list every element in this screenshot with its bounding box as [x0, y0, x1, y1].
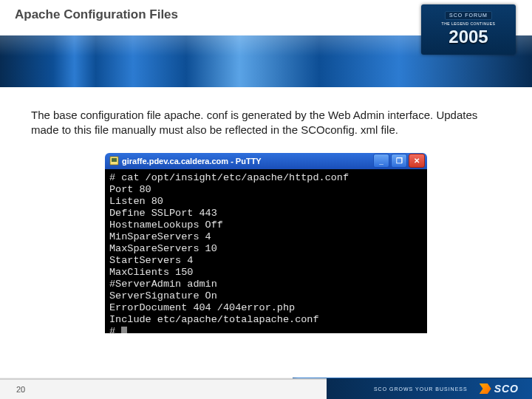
footer: 20 SCO GROWS YOUR BUSINESS SCO	[0, 378, 532, 399]
putty-icon	[109, 156, 119, 166]
terminal-cursor	[121, 327, 127, 333]
slide-body-text: The base configuration file apache. conf…	[0, 87, 532, 147]
forum-tag: SCO FORUM	[445, 11, 492, 20]
svg-rect-1	[112, 158, 117, 162]
sco-logo: SCO	[480, 383, 519, 395]
window-buttons: _ ❐ ✕	[373, 154, 425, 168]
slide-title: Apache Configuration Files	[15, 7, 178, 22]
forum-legend: THE LEGEND CONTINUES	[442, 21, 496, 26]
close-button[interactable]: ✕	[409, 154, 425, 168]
sco-logo-text: SCO	[494, 383, 519, 395]
window-title: giraffe.pdev.ca.caldera.com - PuTTY	[122, 157, 373, 166]
maximize-button[interactable]: ❐	[391, 154, 407, 168]
page-number: 20	[0, 378, 327, 399]
forum-year: 2005	[449, 27, 488, 48]
footer-tagline: SCO GROWS YOUR BUSINESS	[374, 386, 468, 392]
footer-brand-area: SCO GROWS YOUR BUSINESS SCO	[327, 378, 532, 399]
forum-badge: SCO FORUM THE LEGEND CONTINUES 2005	[421, 4, 516, 55]
minimize-button[interactable]: _	[373, 154, 389, 168]
terminal-output: # cat /opt/insight/etc/apache/httpd.conf…	[105, 169, 427, 333]
window-titlebar[interactable]: giraffe.pdev.ca.caldera.com - PuTTY _ ❐ …	[105, 153, 427, 169]
sco-logo-icon	[480, 383, 491, 394]
terminal-window: giraffe.pdev.ca.caldera.com - PuTTY _ ❐ …	[105, 153, 427, 333]
